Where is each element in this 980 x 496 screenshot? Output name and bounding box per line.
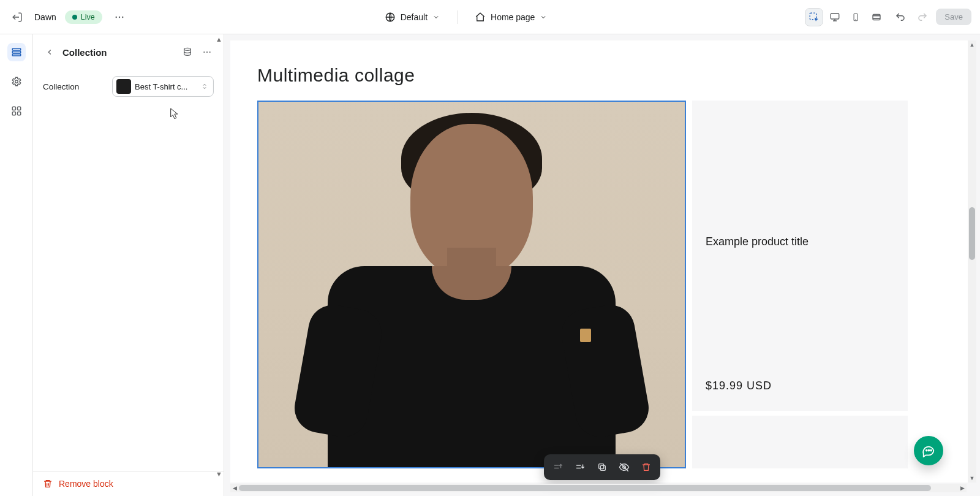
svg-rect-13 <box>17 107 20 110</box>
svg-rect-14 <box>12 112 15 115</box>
undo-button[interactable] <box>892 9 909 26</box>
apps-icon <box>11 105 22 116</box>
chevron-down-icon <box>540 13 547 21</box>
gear-icon <box>11 76 22 87</box>
panel-actions-button[interactable] <box>200 45 214 59</box>
page-selector[interactable]: Home page <box>475 12 547 23</box>
live-dot-icon <box>72 15 77 20</box>
chevron-left-icon <box>45 48 54 56</box>
scroll-thumb[interactable] <box>969 207 975 260</box>
product-price: $19.99 USD <box>706 380 894 392</box>
svg-rect-6 <box>854 13 858 21</box>
svg-rect-21 <box>599 464 604 469</box>
inspector-toggle[interactable] <box>805 8 823 26</box>
collection-select[interactable]: Best T-shirt c... <box>112 76 214 97</box>
move-up-icon <box>552 462 564 473</box>
exit-button[interactable] <box>9 9 26 26</box>
svg-point-19 <box>209 52 211 53</box>
hide-button[interactable] <box>615 458 633 476</box>
move-down-button[interactable] <box>571 458 589 476</box>
shirt-logo-icon <box>580 329 591 342</box>
product-title: Example product title <box>706 235 894 248</box>
redo-icon <box>917 12 928 23</box>
fullscreen-icon <box>871 12 882 23</box>
panel-scroll-up[interactable]: ▲ <box>216 36 222 43</box>
product-card[interactable]: Example product title $19.99 USD <box>692 101 908 411</box>
dots-icon <box>114 12 125 23</box>
mobile-view-button[interactable] <box>846 8 865 26</box>
delete-button[interactable] <box>637 458 655 476</box>
collection-thumb <box>116 79 131 94</box>
svg-rect-8 <box>12 48 21 50</box>
svg-point-24 <box>929 450 930 451</box>
svg-point-0 <box>115 16 116 17</box>
save-button[interactable]: Save <box>936 9 971 25</box>
placeholder-card[interactable] <box>692 416 908 468</box>
eye-off-icon <box>619 462 630 473</box>
viewport-group <box>804 7 887 28</box>
preview-vertical-scrollbar[interactable]: ▲ ▼ <box>968 40 976 483</box>
topbar: Dawn Live Default Home page <box>0 0 980 34</box>
svg-point-16 <box>184 48 191 50</box>
preview-canvas[interactable]: Multimedia collage <box>230 40 974 483</box>
fullscreen-view-button[interactable] <box>867 8 886 26</box>
svg-point-23 <box>926 450 927 451</box>
scroll-left-arrow[interactable]: ◀ <box>230 484 239 492</box>
preview-horizontal-scrollbar[interactable]: ◀ ▶ <box>230 484 967 492</box>
preview-area: Multimedia collage <box>224 34 980 496</box>
collection-block-selected[interactable] <box>257 101 686 468</box>
move-down-icon <box>575 462 586 473</box>
back-button[interactable] <box>43 45 56 59</box>
undo-icon <box>895 12 906 23</box>
move-up-button <box>549 458 567 476</box>
app-embeds-tab[interactable] <box>7 102 26 120</box>
theme-settings-tab[interactable] <box>7 72 26 91</box>
redo-button[interactable] <box>914 9 931 26</box>
collage: Example product title $19.99 USD <box>257 101 947 468</box>
svg-point-25 <box>930 450 932 451</box>
theme-actions-button[interactable] <box>111 9 128 26</box>
theme-name: Dawn <box>34 12 56 22</box>
trash-icon <box>641 462 651 472</box>
remove-block-label: Remove block <box>59 479 113 489</box>
context-label: Default <box>401 12 428 22</box>
panel-title: Collection <box>62 47 107 58</box>
dynamic-source-button[interactable] <box>181 45 194 59</box>
svg-rect-20 <box>600 465 605 470</box>
svg-rect-9 <box>12 52 21 53</box>
collection-field-label: Collection <box>43 82 79 91</box>
svg-rect-12 <box>12 107 15 110</box>
select-caret-icon <box>201 82 208 91</box>
home-icon <box>475 12 486 23</box>
svg-rect-10 <box>12 54 21 56</box>
svg-rect-7 <box>873 14 880 20</box>
sections-tab[interactable] <box>7 43 26 61</box>
scroll-down-arrow[interactable]: ▼ <box>968 474 976 483</box>
panel-scroll-down[interactable]: ▼ <box>216 470 222 478</box>
page-label: Home page <box>491 12 535 22</box>
block-toolbar <box>544 454 660 480</box>
live-badge: Live <box>65 10 102 24</box>
chat-button[interactable] <box>914 436 943 465</box>
context-selector[interactable]: Default <box>385 12 440 23</box>
database-icon <box>183 47 192 57</box>
svg-rect-5 <box>831 13 840 19</box>
scroll-thumb[interactable] <box>239 485 931 491</box>
chevron-down-icon <box>432 13 440 21</box>
duplicate-button[interactable] <box>593 458 611 476</box>
desktop-view-button[interactable] <box>826 8 844 26</box>
section-title: Multimedia collage <box>257 65 947 86</box>
mobile-icon <box>851 12 860 23</box>
svg-point-18 <box>206 52 208 53</box>
remove-block-button[interactable]: Remove block <box>33 471 224 496</box>
exit-icon <box>12 12 23 23</box>
svg-point-1 <box>119 16 120 17</box>
svg-rect-15 <box>17 112 20 115</box>
scroll-right-arrow[interactable]: ▶ <box>958 484 967 492</box>
dots-icon <box>202 47 212 57</box>
chat-icon <box>922 444 935 457</box>
divider <box>457 10 458 24</box>
duplicate-icon <box>597 462 607 472</box>
sections-icon <box>11 47 22 58</box>
scroll-up-arrow[interactable]: ▲ <box>968 40 976 49</box>
